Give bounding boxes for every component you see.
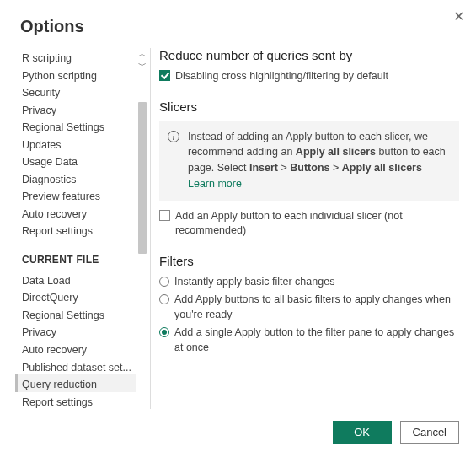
sidebar-item-diagnostics[interactable]: Diagnostics bbox=[20, 169, 136, 187]
sidebar-item-regional-settings[interactable]: Regional Settings bbox=[20, 117, 136, 135]
ok-button[interactable]: OK bbox=[333, 421, 392, 444]
filters-heading: Filters bbox=[159, 254, 459, 268]
sidebar-section-current-file: CURRENT FILE bbox=[20, 239, 136, 271]
sidebar-item-updates[interactable]: Updates bbox=[20, 135, 136, 153]
sidebar-item-privacy[interactable]: Privacy bbox=[20, 100, 136, 118]
radio-icon[interactable] bbox=[159, 294, 169, 304]
sidebar-item-data-load[interactable]: Data Load bbox=[20, 271, 136, 288]
slicer-apply-checkbox-row[interactable]: Add an Apply button to each individual s… bbox=[159, 209, 459, 239]
radio-icon[interactable] bbox=[159, 277, 169, 287]
cancel-button[interactable]: Cancel bbox=[400, 421, 459, 444]
sidebar-item-r-scripting[interactable]: R scripting bbox=[20, 48, 136, 66]
info-text: Instead of adding an Apply button to eac… bbox=[188, 129, 449, 192]
sidebar-item-regional-settings[interactable]: Regional Settings bbox=[20, 305, 136, 323]
slicers-info-box: Instead of adding an Apply button to eac… bbox=[159, 121, 459, 201]
slicer-apply-label: Add an Apply button to each individual s… bbox=[175, 209, 459, 239]
scroll-thumb[interactable] bbox=[138, 102, 147, 254]
filter-option-1[interactable]: Add Apply buttons to all basic filters t… bbox=[159, 293, 459, 322]
filter-option-0[interactable]: Instantly apply basic filter changes bbox=[159, 275, 459, 290]
sidebar-item-python-scripting[interactable]: Python scripting bbox=[20, 66, 136, 83]
sidebar-item-preview-features[interactable]: Preview features bbox=[20, 186, 136, 204]
sidebar-item-usage-data[interactable]: Usage Data bbox=[20, 152, 136, 169]
sidebar-item-directquery[interactable]: DirectQuery bbox=[20, 288, 136, 305]
sidebar-item-security[interactable]: Security bbox=[20, 83, 136, 100]
sidebar-item-auto-recovery[interactable]: Auto recovery bbox=[20, 340, 136, 358]
scroll-up-icon[interactable]: ︿ bbox=[136, 48, 148, 60]
dialog-title: Options bbox=[0, 0, 476, 48]
sidebar: R scriptingPython scriptingSecurityPriva… bbox=[0, 48, 136, 409]
checkbox-icon[interactable] bbox=[159, 210, 170, 221]
vertical-divider bbox=[150, 48, 151, 409]
content-pane: Reduce number of queries sent by Disabli… bbox=[159, 48, 476, 409]
sidebar-item-privacy[interactable]: Privacy bbox=[20, 322, 136, 340]
radio-icon[interactable] bbox=[159, 327, 169, 337]
filter-option-label: Instantly apply basic filter changes bbox=[174, 275, 334, 290]
learn-more-link[interactable]: Learn more bbox=[188, 178, 242, 190]
filter-option-2[interactable]: Add a single Apply button to the filter … bbox=[159, 325, 459, 355]
sidebar-scrollbar[interactable]: ︿ ﹀ bbox=[136, 48, 148, 409]
checkbox-icon[interactable] bbox=[159, 70, 170, 81]
dialog-footer: OK Cancel bbox=[333, 421, 459, 444]
sidebar-item-published-dataset-set-[interactable]: Published dataset set... bbox=[20, 358, 136, 375]
reduce-heading: Reduce number of queries sent by bbox=[159, 48, 459, 62]
sidebar-item-report-settings[interactable]: Report settings bbox=[20, 221, 136, 239]
filter-option-label: Add a single Apply button to the filter … bbox=[174, 325, 459, 355]
filter-option-label: Add Apply buttons to all basic filters t… bbox=[174, 293, 459, 322]
sidebar-item-report-settings[interactable]: Report settings bbox=[20, 392, 136, 410]
sidebar-item-query-reduction[interactable]: Query reduction bbox=[15, 374, 136, 392]
slicers-heading: Slicers bbox=[159, 99, 459, 114]
sidebar-item-auto-recovery[interactable]: Auto recovery bbox=[20, 204, 136, 222]
disable-cross-label: Disabling cross highlighting/filtering b… bbox=[175, 69, 388, 84]
scroll-down-icon[interactable]: ﹀ bbox=[136, 60, 148, 72]
close-icon[interactable]: ✕ bbox=[453, 8, 464, 24]
info-icon bbox=[168, 131, 179, 142]
disable-cross-checkbox-row[interactable]: Disabling cross highlighting/filtering b… bbox=[159, 69, 459, 84]
